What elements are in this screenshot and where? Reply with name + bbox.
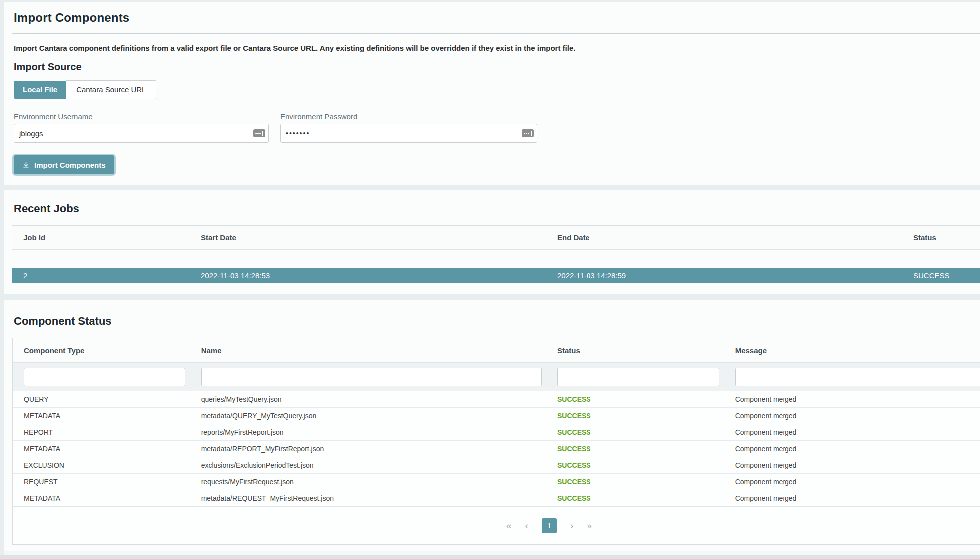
component-status-header-row: Component Type Name Status Message bbox=[13, 338, 980, 363]
component-name-cell: metadata/REQUEST_MyFirstRequest.json bbox=[191, 494, 546, 502]
component-type-cell: QUERY bbox=[13, 395, 191, 403]
section-gap bbox=[0, 185, 980, 190]
component-message-cell: Component merged bbox=[724, 395, 980, 403]
import-components-button[interactable]: Import Components bbox=[14, 155, 114, 174]
component-type-cell: METADATA bbox=[13, 445, 191, 453]
component-status-cell: SUCCESS bbox=[546, 412, 724, 420]
password-input-wrap bbox=[280, 124, 537, 143]
component-row: METADATA metadata/REQUEST_MyFirstRequest… bbox=[13, 490, 980, 507]
component-row: METADATA metadata/REPORT_MyFirstReport.j… bbox=[13, 441, 980, 457]
username-field-group: Environment Username bbox=[14, 112, 269, 143]
import-source-heading: Import Source bbox=[14, 61, 980, 73]
next-page-icon[interactable]: › bbox=[570, 521, 573, 530]
filter-name-input[interactable] bbox=[201, 368, 542, 386]
environment-username-input[interactable] bbox=[14, 124, 269, 143]
prev-page-icon[interactable]: ‹ bbox=[525, 521, 528, 530]
component-type-cell: REPORT bbox=[13, 428, 191, 436]
password-field-group: Environment Password bbox=[280, 112, 537, 143]
recent-jobs-panel: Recent Jobs Job Id Start Date End Date S… bbox=[4, 190, 980, 294]
keyboard-input-icon[interactable] bbox=[522, 129, 534, 137]
component-row: EXCLUSION exclusions/ExclusionPeriodTest… bbox=[13, 457, 980, 474]
pagination: « ‹ 1 › » bbox=[13, 507, 980, 544]
component-name-cell: metadata/REPORT_MyFirstReport.json bbox=[191, 445, 546, 453]
filter-component-type-input[interactable] bbox=[24, 368, 185, 386]
column-header-message: Message bbox=[724, 346, 980, 355]
job-id-cell: 2 bbox=[12, 271, 190, 280]
component-row: REPORT reports/MyFirstReport.json SUCCES… bbox=[13, 424, 980, 441]
page-description: Import Cantara component definitions fro… bbox=[14, 44, 980, 52]
component-type-cell: EXCLUSION bbox=[13, 461, 191, 469]
import-source-tabs: Local File Cantara Source URL bbox=[14, 81, 156, 99]
password-label: Environment Password bbox=[280, 112, 537, 121]
component-message-cell: Component merged bbox=[724, 461, 980, 469]
column-header-component-type: Component Type bbox=[13, 346, 191, 355]
column-header-status: Status bbox=[546, 346, 724, 355]
job-status-cell: SUCCESS bbox=[902, 271, 980, 280]
component-rows-container: QUERY queries/MyTestQuery.json SUCCESS C… bbox=[13, 391, 980, 507]
component-status-cell: SUCCESS bbox=[546, 494, 724, 502]
component-message-cell: Component merged bbox=[724, 494, 980, 502]
jobs-rows-container: 2 2022-11-03 14:28:53 2022-11-03 14:28:5… bbox=[12, 268, 980, 283]
component-type-cell: METADATA bbox=[13, 412, 191, 420]
last-page-icon[interactable]: » bbox=[587, 521, 592, 530]
column-header-start-date: Start Date bbox=[190, 233, 546, 242]
component-type-cell: REQUEST bbox=[13, 478, 191, 486]
keyboard-input-icon[interactable] bbox=[253, 129, 265, 137]
import-components-panel: Import Components Import Cantara compone… bbox=[4, 2, 980, 185]
credentials-row: Environment Username Environment Passwor… bbox=[14, 112, 980, 143]
first-page-icon[interactable]: « bbox=[506, 521, 512, 530]
component-filter-row bbox=[13, 363, 980, 391]
job-row-selected[interactable]: 2 2022-11-03 14:28:53 2022-11-03 14:28:5… bbox=[12, 268, 980, 283]
component-status-cell: SUCCESS bbox=[546, 428, 724, 436]
component-status-cell: SUCCESS bbox=[546, 445, 724, 453]
horizontal-scrollbar[interactable] bbox=[0, 555, 980, 559]
jobs-table-spacer-row bbox=[12, 250, 980, 268]
bottom-gap bbox=[4, 551, 980, 555]
username-label: Environment Username bbox=[14, 112, 269, 121]
job-end-date-cell: 2022-11-03 14:28:59 bbox=[546, 271, 902, 280]
component-message-cell: Component merged bbox=[724, 412, 980, 420]
recent-jobs-header-row: Job Id Start Date End Date Status bbox=[12, 226, 980, 250]
tab-local-file[interactable]: Local File bbox=[14, 81, 66, 99]
component-message-cell: Component merged bbox=[724, 478, 980, 486]
section-gap bbox=[0, 294, 980, 300]
tab-cantara-source-url[interactable]: Cantara Source URL bbox=[66, 80, 156, 99]
component-name-cell: reports/MyFirstReport.json bbox=[191, 428, 546, 436]
component-message-cell: Component merged bbox=[724, 428, 980, 436]
page-title: Import Components bbox=[14, 11, 980, 25]
import-components-button-label: Import Components bbox=[34, 161, 106, 169]
download-icon bbox=[22, 161, 30, 169]
component-row: REQUEST requests/MyFirstRequest.json SUC… bbox=[13, 474, 980, 490]
component-name-cell: requests/MyFirstRequest.json bbox=[191, 478, 546, 486]
recent-jobs-title: Recent Jobs bbox=[14, 202, 980, 215]
component-status-panel: Component Status Component Type Name Sta… bbox=[4, 300, 980, 551]
component-name-cell: queries/MyTestQuery.json bbox=[191, 395, 546, 403]
component-status-cell: SUCCESS bbox=[546, 461, 724, 469]
job-start-date-cell: 2022-11-03 14:28:53 bbox=[190, 271, 546, 280]
title-divider bbox=[12, 33, 980, 34]
environment-password-input[interactable] bbox=[280, 124, 537, 143]
component-status-cell: SUCCESS bbox=[546, 395, 724, 403]
column-header-end-date: End Date bbox=[546, 233, 902, 242]
column-header-name: Name bbox=[191, 346, 546, 355]
current-page-button[interactable]: 1 bbox=[542, 518, 557, 533]
filter-status-input[interactable] bbox=[557, 368, 719, 386]
component-status-title: Component Status bbox=[14, 315, 980, 328]
component-type-cell: METADATA bbox=[13, 494, 191, 502]
component-status-cell: SUCCESS bbox=[546, 478, 724, 486]
component-name-cell: metadata/QUERY_MyTestQuery.json bbox=[191, 412, 546, 420]
component-status-table: Component Type Name Status Message QUERY… bbox=[12, 338, 980, 545]
column-header-job-id: Job Id bbox=[12, 233, 190, 242]
component-row: QUERY queries/MyTestQuery.json SUCCESS C… bbox=[13, 391, 980, 408]
component-name-cell: exclusions/ExclusionPeriodTest.json bbox=[191, 461, 546, 469]
component-row: METADATA metadata/QUERY_MyTestQuery.json… bbox=[13, 408, 980, 424]
recent-jobs-table: Job Id Start Date End Date Status 2 2022… bbox=[12, 225, 980, 283]
component-message-cell: Component merged bbox=[724, 445, 980, 453]
filter-message-input[interactable] bbox=[735, 368, 980, 386]
username-input-wrap bbox=[14, 124, 269, 143]
column-header-status: Status bbox=[902, 233, 980, 242]
